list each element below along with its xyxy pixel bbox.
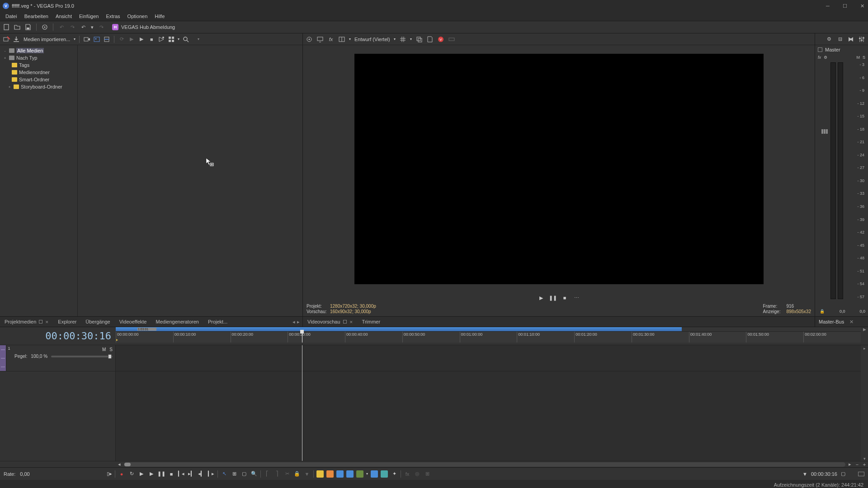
minimap-region[interactable] (116, 327, 682, 331)
undo-icon[interactable]: ↶ (80, 23, 87, 31)
selection-edit-icon[interactable]: ▢ (241, 470, 248, 478)
go-start-icon[interactable]: ▎◂ (178, 470, 185, 478)
rate-slider-icon[interactable]: ▯▸ (107, 471, 112, 477)
maximize-button[interactable]: ☐ (842, 3, 848, 9)
tree-item-storyboard[interactable]: +Storyboard-Ordner (1, 83, 76, 90)
minimize-button[interactable]: ─ (825, 3, 831, 9)
new-icon[interactable] (3, 23, 10, 31)
track-collapse-icon[interactable]: ▾ (863, 456, 866, 461)
quality-dropdown-icon[interactable]: ▾ (394, 37, 396, 41)
timeline-scrollbar[interactable] (124, 462, 845, 467)
master-solo-button[interactable]: S (863, 55, 865, 60)
split-screen-icon[interactable] (338, 36, 345, 43)
lock-icon[interactable]: 🔒 (820, 309, 825, 314)
redo-forward-icon[interactable]: ↷ (69, 23, 76, 31)
record-icon[interactable]: ● (118, 470, 125, 478)
prev-frame-icon[interactable]: ◂▎ (198, 470, 205, 478)
import-icon[interactable] (13, 36, 20, 43)
pause-icon[interactable]: ❚❚ (550, 295, 556, 301)
timeline-content[interactable] (116, 345, 861, 461)
fullscreen-icon[interactable] (858, 472, 864, 476)
tab-trimmer[interactable]: Trimmer (358, 318, 385, 326)
envelope-edit-icon[interactable]: ⊞ (231, 470, 238, 478)
snapping-icon[interactable] (336, 470, 344, 478)
close-icon[interactable]: ✕ (349, 320, 353, 324)
scroll-left-icon[interactable]: ◂ (116, 461, 123, 467)
tree-item-alle-medien[interactable]: -Alle Medien (1, 47, 76, 54)
pause-icon[interactable]: ❚❚ (158, 470, 165, 478)
ripple-dropdown-icon[interactable]: ▾ (366, 472, 368, 476)
scroll-right-icon[interactable]: ▸ (846, 461, 854, 467)
zoom-out-icon[interactable]: − (854, 462, 861, 467)
video-fx-icon[interactable]: fx (327, 36, 335, 43)
menu-extras[interactable]: Extras (102, 13, 123, 20)
marker-yellow-icon[interactable] (316, 470, 324, 478)
stop-preview-icon[interactable]: ■ (148, 36, 155, 43)
tab-explorer[interactable]: Explorer (53, 318, 81, 326)
zoom-in-icon[interactable]: + (861, 462, 868, 467)
media-remove-icon[interactable] (3, 36, 10, 43)
preview-quality-button[interactable]: Entwurf (Viertel) (354, 37, 390, 42)
playhead[interactable] (302, 332, 302, 343)
copy-snapshot-icon[interactable] (415, 36, 423, 43)
menu-datei[interactable]: Datei (2, 13, 21, 20)
overlay-grid-icon[interactable] (399, 36, 406, 43)
timeline-ruler[interactable]: ▸ 00:00:00:00 00:00:10:00 00:00:20:00 00… (116, 332, 861, 343)
collapse-icon[interactable]: - (3, 49, 7, 53)
tab-videovorschau[interactable]: Videovorschau✕ (303, 318, 358, 326)
track-mute-button[interactable]: M (102, 347, 106, 352)
track-row-1[interactable] (116, 345, 861, 371)
timeline-cursor[interactable] (302, 345, 302, 461)
close-button[interactable]: ✕ (859, 3, 865, 9)
split-dropdown-icon[interactable]: ▾ (349, 37, 351, 41)
video-properties-icon[interactable] (306, 36, 313, 43)
save-snapshot-icon[interactable] (426, 36, 434, 43)
tab-next-icon[interactable]: ▸ (297, 319, 300, 325)
tab-uebergaenge[interactable]: Übergänge (81, 318, 114, 326)
tab-videoeffekte[interactable]: Videoeffekte (115, 318, 151, 326)
crossfade-icon[interactable]: ✦ (391, 470, 398, 478)
undo-dropdown-icon[interactable]: ▾ (90, 23, 94, 31)
event-pan-icon[interactable]: ◎ (414, 470, 421, 478)
track-grip[interactable] (0, 345, 6, 371)
hub-label[interactable]: VEGAS Hub Abmeldung (121, 24, 175, 30)
save-icon[interactable] (24, 23, 32, 31)
menu-optionen[interactable]: Optionen (124, 13, 151, 20)
overlay-dropdown-icon[interactable]: ▾ (410, 37, 412, 41)
downmix-icon[interactable] (847, 36, 854, 43)
track-header-1[interactable]: 1 M S Pegel: 100,0 % (0, 345, 115, 371)
tab-mediengeneratoren[interactable]: Mediengeneratoren (151, 318, 203, 326)
tab-prev-icon[interactable]: ◂ (292, 319, 295, 325)
play-icon[interactable]: ▶ (148, 470, 155, 478)
expand-icon[interactable]: + (7, 85, 12, 89)
adjust-color-icon[interactable]: V (437, 36, 444, 43)
play-start-icon[interactable]: ▶ (138, 470, 145, 478)
external-monitor-icon[interactable] (316, 36, 324, 43)
timeline-end-icon[interactable]: ▶ (863, 327, 866, 332)
gear-icon[interactable]: ⚙ (824, 55, 827, 60)
play-icon[interactable]: ▶ (538, 295, 544, 301)
track-solo-button[interactable]: S (109, 347, 113, 352)
open-icon[interactable] (14, 23, 21, 31)
tab-projektmedien[interactable]: Projektmedien✕ (0, 318, 53, 326)
master-mute-button[interactable]: M (856, 55, 860, 60)
bottom-timecode[interactable]: 00:00:30:16 (811, 471, 837, 477)
view-icon[interactable] (168, 36, 175, 43)
refresh-icon[interactable]: ⟳ (118, 36, 125, 43)
split-icon[interactable]: ✂ (283, 470, 291, 478)
get-photo-icon[interactable] (93, 36, 100, 43)
search-dropdown-icon[interactable]: ▾ (198, 37, 199, 41)
more-icon[interactable]: ⋯ (573, 295, 580, 301)
import-dropdown-icon[interactable]: ▾ (74, 37, 75, 41)
tab-master-bus[interactable]: Master-Bus (819, 319, 844, 324)
menu-einfuegen[interactable]: Einfügen (75, 13, 102, 20)
pin-icon[interactable] (343, 320, 347, 324)
lock-event-icon[interactable]: 🔒 (293, 470, 301, 478)
zoom-edit-icon[interactable]: 🔍 (250, 470, 258, 478)
scan-icon[interactable] (103, 36, 110, 43)
close-icon[interactable]: ✕ (45, 320, 49, 324)
menu-bearbeiten[interactable]: Bearbeiten (21, 13, 52, 20)
capture-video-icon[interactable] (83, 36, 90, 43)
quantize-icon[interactable] (346, 470, 354, 478)
master-automation-icon[interactable] (818, 47, 822, 52)
